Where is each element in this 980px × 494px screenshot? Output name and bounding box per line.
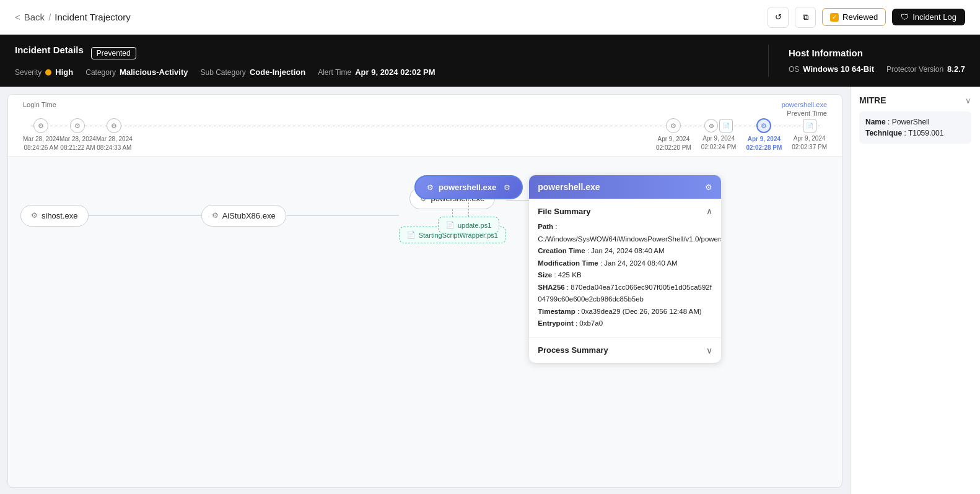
file-summary-header: File Summary ∧ [538, 206, 712, 216]
timestamp-label: Timestamp [538, 308, 575, 315]
file-summary-collapse-icon[interactable]: ∧ [706, 206, 712, 216]
modification-row: Modification Time : Jan 24, 2024 08:40 A… [538, 258, 712, 270]
path-value: C:/Windows/SysWOW64/WindowsPowerShell/v1… [538, 235, 721, 243]
timeline-icon-4: ⚙ [666, 118, 681, 133]
undo-icon: ↺ [775, 12, 782, 22]
mitre-title: MITRE [859, 95, 886, 105]
file-icon-update: 📄 [446, 221, 455, 229]
node-aistub[interactable]: ⚙ AiStubX86.exe [201, 205, 286, 227]
gear-icon-sihost: ⚙ [31, 211, 38, 220]
process-summary-section: Process Summary ∨ [529, 338, 721, 363]
mitre-technique-row: Technique : T1059.001 [865, 129, 965, 137]
incident-details-section: Incident Details Prevented Severity High… [15, 45, 769, 77]
process-summary-header[interactable]: Process Summary ∨ [538, 345, 712, 355]
category-item: Category Malicious-Activity [85, 67, 188, 77]
timeline-icon-5a: ⚙ [704, 119, 718, 132]
node-sihost[interactable]: ⚙ sihost.exe [20, 205, 89, 227]
timeline-icon-5b: 📄 [719, 119, 733, 132]
mitre-name-value: PowerShell [892, 118, 930, 126]
active-node-and-card: ⚙ powershell.exe ⚙ 📄 update.ps1 [414, 175, 721, 363]
timeline-node-7: 📄 Apr 9, 202402:02:37 PM [792, 119, 827, 152]
ps2-child-line-top [468, 199, 469, 217]
timestamp-value: 0xa39dea29 (Dec 26, 2056 12:48 AM) [581, 308, 701, 315]
process-graph-area: ⚙ sihost.exe ⚙ AiStubX86.exe [8, 157, 842, 481]
timeline-node-4: ⚙ Apr 9, 202402:02:20 PM [656, 118, 691, 152]
mitre-technique-label: Technique [865, 129, 902, 137]
reviewed-checkbox: ✓ [830, 13, 839, 22]
sha256-label: SHA256 [538, 284, 564, 291]
gear-icon-aistub: ⚙ [212, 211, 219, 220]
node-powershell2[interactable]: ⚙ powershell.exe ⚙ [414, 175, 523, 199]
timeline-icon-2: ⚙ [70, 118, 85, 133]
powershell-timeline-label: powershell.exe [782, 101, 827, 108]
process-summary-expand-icon[interactable]: ∨ [706, 345, 712, 355]
os-label: OS [789, 65, 799, 74]
incident-details-title: Incident Details [15, 45, 84, 55]
alert-time-label: Alert Time [318, 68, 351, 77]
size-value: 425 KB [558, 271, 582, 279]
timeline-date-1: Mar 28, 202408:24:26 AM [23, 135, 59, 152]
protector-value: 8.2.7 [947, 64, 965, 74]
protector-label: Protector Version [886, 65, 943, 74]
breadcrumb: < Back / Incident Trajectory [15, 12, 131, 22]
alert-time-value: Apr 9, 2024 02:02 PM [355, 67, 435, 77]
detail-card-header: powershell.exe ⚙ [529, 175, 721, 199]
path-label: Path [538, 223, 553, 230]
timeline-node-1: ⚙ Mar 28, 202408:24:26 AM [23, 118, 59, 152]
detail-card-settings-icon[interactable]: ⚙ [705, 183, 712, 192]
modification-label: Modification Time [538, 259, 598, 267]
mitre-expand-icon[interactable]: ∨ [965, 96, 971, 105]
incident-log-button[interactable]: 🛡 Incident Log [892, 9, 965, 25]
timeline-icon-1: ⚙ [33, 118, 48, 133]
incident-details-row: Severity High Category Malicious-Activit… [15, 67, 753, 77]
sha256-row: SHA256 : 870eda04ea71cc066ec907f005e1d05… [538, 282, 712, 306]
severity-item: Severity High [15, 67, 73, 77]
incident-log-label: Incident Log [912, 12, 956, 22]
reviewed-button[interactable]: ✓ Reviewed [822, 8, 886, 26]
size-label: Size [538, 271, 552, 279]
back-link[interactable]: Back [24, 12, 45, 22]
gear-icon-ps2: ⚙ [427, 183, 434, 192]
sub-category-value: Code-Injection [250, 67, 305, 77]
timeline-icon-7: 📄 [803, 119, 816, 132]
path-row: Path : C:/Windows/SysWOW64/WindowsPowerS… [538, 221, 712, 245]
size-row: Size : 425 KB [538, 269, 712, 282]
update-ps1-label: update.ps1 [458, 222, 491, 229]
timeline-nodes-row: ⚙ Mar 28, 202408:24:26 AM ⚙ Mar 28, 2024… [23, 118, 827, 152]
shield-icon: 🛡 [901, 12, 909, 22]
process-summary-title: Process Summary [538, 345, 608, 355]
update-ps1-node[interactable]: 📄 update.ps1 [438, 217, 499, 233]
undo-button[interactable]: ↺ [768, 7, 789, 28]
main-area: Login Time powershell.exe Prevent Time ⚙… [0, 87, 980, 494]
modification-value: Jan 24, 2024 08:40 AM [604, 259, 677, 267]
detail-card-title: powershell.exe [538, 182, 600, 192]
connector-2 [286, 215, 399, 216]
graph-and-detail: ⚙ sihost.exe ⚙ AiStubX86.exe [8, 157, 842, 481]
severity-label: Severity [15, 68, 42, 77]
severity-value: High [55, 67, 73, 77]
entrypoint-row: Entrypoint : 0xb7a0 [538, 318, 712, 330]
file-summary-title: File Summary [538, 207, 590, 216]
prevented-badge: Prevented [91, 47, 136, 59]
reviewed-label: Reviewed [842, 12, 878, 22]
timeline-icon-3: ⚙ [107, 118, 121, 133]
mitre-header: MITRE ∨ [859, 95, 971, 105]
timeline-node-3: ⚙ Mar 28, 202408:24:33 AM [96, 118, 133, 152]
timeline: Login Time powershell.exe Prevent Time ⚙… [8, 95, 842, 157]
protector-item: Protector Version 8.2.7 [886, 64, 965, 74]
powershell2-label: powershell.exe [439, 183, 496, 192]
alert-time-item: Alert Time Apr 9, 2024 02:02 PM [318, 67, 435, 77]
timeline-date-3: Mar 28, 202408:24:33 AM [96, 135, 133, 152]
severity-dot [45, 69, 51, 76]
timeline-icon-6: ⚙ [756, 118, 771, 133]
timeline-node-2: ⚙ Mar 28, 202408:21:22 AM [59, 118, 96, 152]
creation-row: Creation Time : Jan 24, 2024 08:40 AM [538, 245, 712, 258]
timeline-date-6: Apr 9, 202402:02:28 PM [746, 135, 782, 152]
timeline-date-7: Apr 9, 202402:02:37 PM [792, 134, 827, 152]
category-value: Malicious-Activity [120, 67, 188, 77]
detail-card: powershell.exe ⚙ File Summary ∧ Path : C… [529, 175, 721, 363]
settings-icon-ps2: ⚙ [504, 183, 510, 192]
copy-button[interactable]: ⧉ [795, 7, 816, 28]
mitre-name-label: Name [865, 118, 886, 126]
mitre-card: Name : PowerShell Technique : T1059.001 [859, 111, 971, 144]
